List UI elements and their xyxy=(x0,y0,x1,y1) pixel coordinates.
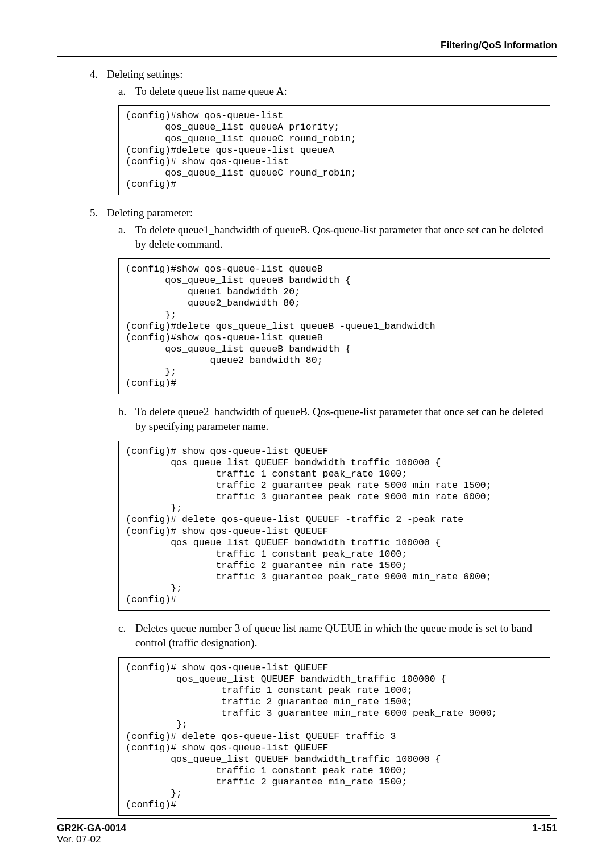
code-block-5c: (config)# show qos-queue-list QUEUEF qos… xyxy=(118,657,550,816)
item-number: 5. xyxy=(90,206,107,220)
page-footer: GR2K-GA-0014 Ver. 07-02 1-151 xyxy=(57,823,557,845)
doc-id: GR2K-GA-0014 xyxy=(57,823,126,833)
item-title: Deleting settings: xyxy=(107,67,183,82)
sub-item-letter: c. xyxy=(118,621,135,636)
footer-left: GR2K-GA-0014 Ver. 07-02 xyxy=(57,823,126,845)
sub-item-4a: a. To delete queue list name queue A: xyxy=(118,84,557,99)
code-block-5a: (config)#show qos-queue-list queueB qos_… xyxy=(118,258,550,394)
sub-item-text: To delete queue list name queue A: xyxy=(135,84,287,99)
running-header: Filtering/QoS Information xyxy=(57,40,557,51)
sub-item-5c: c. Deletes queue number 3 of queue list … xyxy=(118,621,557,650)
header-rule xyxy=(57,56,557,57)
item-title: Deleting parameter: xyxy=(107,206,193,220)
code-block-4a: (config)#show qos-queue-list qos_queue_l… xyxy=(118,105,550,195)
page-number: 1-151 xyxy=(533,823,557,845)
header-title: Filtering/QoS Information xyxy=(441,40,557,51)
item-number: 4. xyxy=(90,67,107,82)
list-item-5: 5. Deleting parameter: xyxy=(90,206,557,220)
sub-item-letter: a. xyxy=(118,223,135,237)
sub-item-letter: b. xyxy=(118,404,135,419)
list-item-4: 4. Deleting settings: xyxy=(90,67,557,82)
sub-item-5a: a. To delete queue1_bandwidth of queueB.… xyxy=(118,223,557,252)
code-block-5b: (config)# show qos-queue-list QUEUEF qos… xyxy=(118,441,550,611)
doc-version: Ver. 07-02 xyxy=(57,834,101,845)
sub-item-letter: a. xyxy=(118,84,135,99)
sub-item-text: To delete queue2_bandwidth of queueB. Qo… xyxy=(135,404,545,433)
footer-rule xyxy=(57,818,557,819)
sub-item-5b: b. To delete queue2_bandwidth of queueB.… xyxy=(118,404,557,433)
sub-item-text: To delete queue1_bandwidth of queueB. Qo… xyxy=(135,223,545,252)
sub-item-text: Deletes queue number 3 of queue list nam… xyxy=(135,621,545,650)
